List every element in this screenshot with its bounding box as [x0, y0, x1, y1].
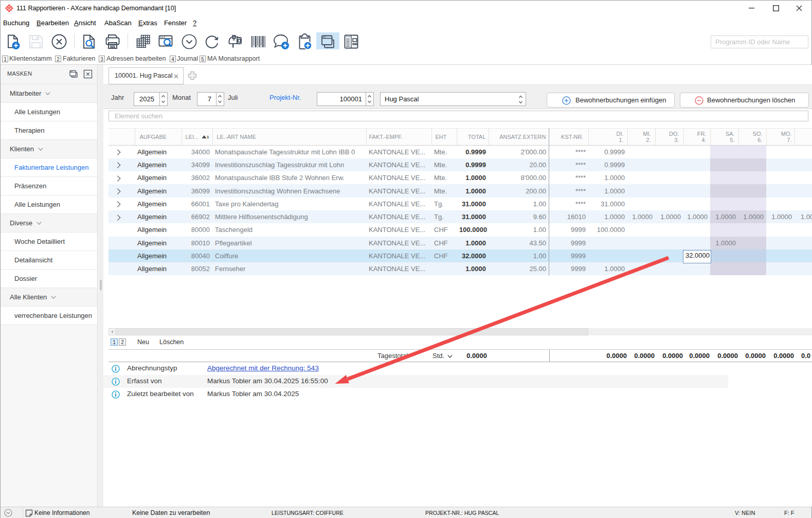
svg-text:1: 1: [207, 135, 209, 139]
